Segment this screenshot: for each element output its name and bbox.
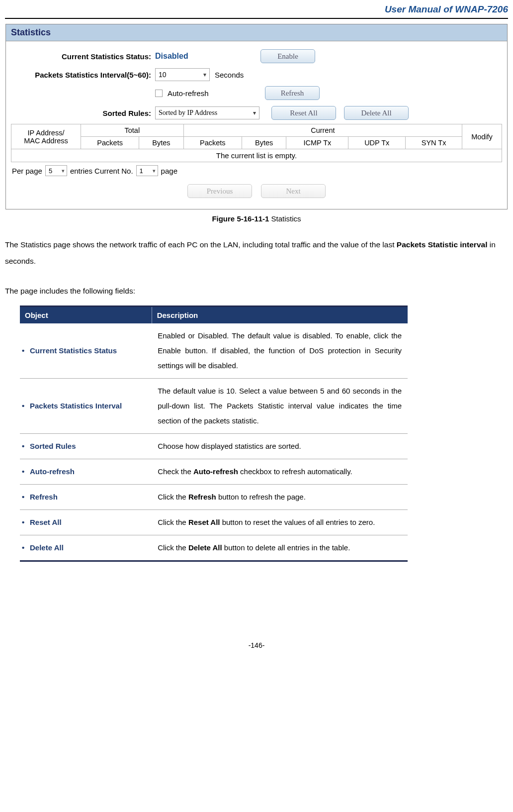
- interval-unit: Seconds: [215, 71, 244, 79]
- enable-button[interactable]: Enable: [260, 49, 315, 63]
- table-row: Refresh Click the Refresh button to refr…: [20, 484, 408, 509]
- col-total: Total: [81, 124, 184, 137]
- stats-table: IP Address/ MAC Address Total Current Mo…: [11, 124, 502, 162]
- sorted-rules-select[interactable]: Sorted by IP Address: [155, 106, 259, 119]
- delete-all-button[interactable]: Delete All: [344, 106, 409, 120]
- description-table: Object Description Current Statistics St…: [20, 305, 408, 562]
- pager-row: Per page 5 entries Current No. 1 page: [11, 162, 502, 181]
- table-row: Reset All Click the Reset All button to …: [20, 509, 408, 535]
- page-post: page: [161, 167, 177, 175]
- obj-autorefresh: Auto-refresh: [20, 459, 152, 484]
- desc-deleteall: Click the Delete All button to delete al…: [152, 535, 408, 560]
- p1-bold: Packets Statistic interval: [397, 240, 488, 249]
- refresh-button[interactable]: Refresh: [265, 86, 320, 100]
- auto-refresh-checkbox[interactable]: [155, 90, 163, 97]
- col-curr-bytes: Bytes: [242, 137, 286, 149]
- col-modify: Modify: [462, 124, 502, 149]
- col-icmp: ICMP Tx: [286, 137, 348, 149]
- table-row: Sorted Rules Choose how displayed statis…: [20, 433, 408, 459]
- perpage-post: entries Current No.: [70, 167, 133, 175]
- reset-all-button[interactable]: Reset All: [271, 106, 336, 120]
- empty-message: The current list is empty.: [11, 149, 502, 162]
- perpage-pre: Per page: [12, 167, 42, 175]
- col-curr-packets: Packets: [183, 137, 242, 149]
- table-row: Auto-refresh Check the Auto-refresh chec…: [20, 459, 408, 484]
- desc-interval: The default value is 10. Select a value …: [152, 378, 408, 433]
- col-udp: UDP Tx: [348, 137, 406, 149]
- header-rule: [5, 18, 508, 19]
- col-total-bytes: Bytes: [139, 137, 183, 149]
- desc-current-status: Enabled or Disabled. The default value i…: [152, 323, 408, 379]
- col-total-packets: Packets: [81, 137, 139, 149]
- auto-refresh-label: Auto-refresh: [168, 89, 260, 98]
- sorted-label: Sorted Rules:: [11, 109, 155, 117]
- obj-sorted: Sorted Rules: [20, 433, 152, 459]
- col-syn: SYN Tx: [406, 137, 462, 149]
- table-row: Delete All Click the Delete All button t…: [20, 535, 408, 560]
- table-row: Packets Statistics Interval The default …: [20, 378, 408, 433]
- col-ipmac: IP Address/ MAC Address: [11, 124, 81, 149]
- statistics-screenshot: Statistics Current Statistics Status: Di…: [5, 24, 508, 209]
- desc-refresh: Click the Refresh button to refresh the …: [152, 484, 408, 509]
- interval-select[interactable]: 10: [155, 68, 210, 81]
- hdr-description: Description: [152, 307, 408, 323]
- desc-sorted: Choose how displayed statistics are sort…: [152, 433, 408, 459]
- figure-title: Statistics: [269, 214, 301, 223]
- desc-autorefresh: Check the Auto-refresh checkbox to refre…: [152, 459, 408, 484]
- intro-paragraph: The Statistics page shows the network tr…: [5, 237, 508, 269]
- hdr-object: Object: [20, 307, 152, 323]
- manual-title: User Manual of WNAP-7206: [5, 0, 508, 16]
- perpage-select[interactable]: 5: [45, 165, 67, 176]
- fields-intro: The page includes the following fields:: [5, 283, 508, 300]
- page-number: -146-: [5, 641, 508, 655]
- obj-deleteall: Delete All: [20, 535, 152, 560]
- status-label: Current Statistics Status:: [11, 52, 155, 61]
- previous-button[interactable]: Previous: [187, 184, 252, 198]
- panel-title: Statistics: [6, 24, 507, 41]
- obj-refresh: Refresh: [20, 484, 152, 509]
- table-row: Current Statistics Status Enabled or Dis…: [20, 323, 408, 379]
- pagenum-select[interactable]: 1: [136, 165, 158, 176]
- status-value: Disabled: [155, 52, 255, 61]
- obj-interval: Packets Statistics Interval: [20, 378, 152, 433]
- desc-resetall: Click the Reset All button to reset the …: [152, 509, 408, 535]
- figure-caption: Figure 5-16-11-1 Statistics: [5, 214, 508, 223]
- obj-current-status: Current Statistics Status: [20, 323, 152, 379]
- next-button[interactable]: Next: [261, 184, 326, 198]
- obj-resetall: Reset All: [20, 509, 152, 535]
- col-current: Current: [183, 124, 462, 137]
- interval-label: Packets Statistics Interval(5~60):: [11, 71, 155, 79]
- figure-number: Figure 5-16-11-1: [212, 214, 269, 223]
- p1-pre: The Statistics page shows the network tr…: [5, 240, 397, 249]
